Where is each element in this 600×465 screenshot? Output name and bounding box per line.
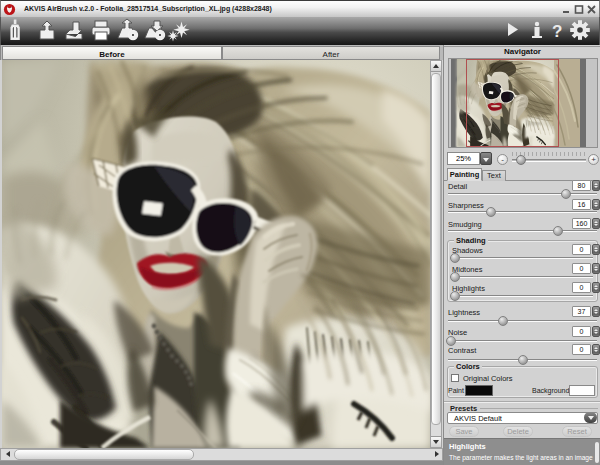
svg-text:?: ? (552, 22, 562, 41)
